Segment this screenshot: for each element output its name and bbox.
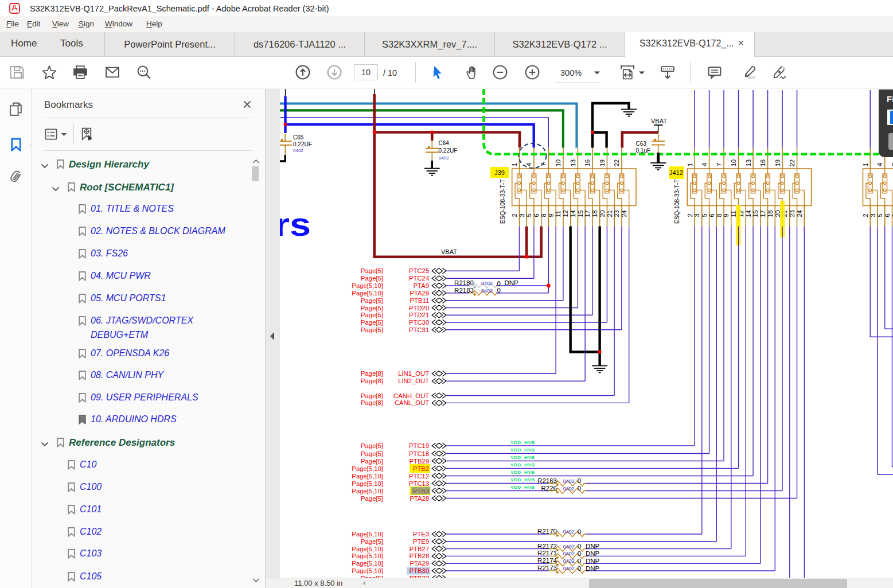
svg-text:PTB27: PTB27 [410,546,430,552]
svg-text:5: 5 [701,213,708,217]
svg-text:0: 0 [578,550,581,557]
svg-text:16: 16 [759,159,766,166]
svg-text:10: 10 [555,159,561,166]
svg-text:Page[8]: Page[8] [361,392,383,399]
svg-text:18: 18 [591,210,598,217]
svg-text:CANH_OUT: CANH_OUT [393,392,429,399]
svg-text:R2171: R2171 [537,550,557,556]
svg-text:PTC31: PTC31 [409,326,429,333]
svg-text:R2173: R2173 [537,564,557,571]
svg-text:Page[5,10]: Page[5,10] [352,560,383,567]
svg-text:Page[5]: Page[5] [361,311,383,318]
svg-text:Page[5]: Page[5] [361,538,383,545]
svg-text:PTB30: PTB30 [410,567,430,574]
svg-text:Page[5,10]: Page[5,10] [352,282,383,289]
svg-text:PTC13: PTC13 [409,480,429,487]
svg-text:PTC12: PTC12 [409,473,429,480]
svg-text:19: 19 [774,159,781,166]
svg-text:PTC19: PTC19 [409,442,429,449]
svg-text:1: 1 [862,163,869,166]
svg-text:0402: 0402 [563,558,575,564]
svg-text:R2163: R2163 [537,477,557,484]
svg-text:J412: J412 [669,169,683,176]
svg-text:LIN1_OUT: LIN1_OUT [398,370,429,377]
svg-text:Page[5]: Page[5] [361,275,383,282]
svg-text:0.1uF: 0.1uF [636,147,651,154]
svg-text:Page[5]: Page[5] [361,297,383,304]
svg-text:0402: 0402 [563,478,575,484]
svg-text:Page[8]: Page[8] [361,377,383,384]
svg-text:R2174: R2174 [537,557,557,564]
svg-text:DNP: DNP [586,565,600,572]
svg-text:VBAT: VBAT [651,118,667,124]
svg-text:R2172: R2172 [537,543,557,550]
svg-text:0402: 0402 [293,148,303,153]
svg-text:0402: 0402 [563,566,575,571]
svg-text:Page[5]: Page[5] [361,326,383,333]
svg-text:DNP: DNP [586,550,600,557]
svg-text:0402: 0402 [439,155,449,161]
svg-text:VDD_HVB: VDD_HVB [510,470,535,475]
svg-text:0: 0 [497,287,501,294]
svg-text:6: 6 [708,213,715,217]
svg-text:15: 15 [577,210,584,217]
svg-text:17: 17 [584,210,591,217]
svg-text:0: 0 [578,565,581,572]
svg-text:3: 3 [693,213,700,217]
svg-text:17: 17 [759,210,766,217]
svg-text:19: 19 [599,159,606,166]
svg-text:14: 14 [745,210,752,217]
svg-text:6: 6 [884,213,891,217]
svg-text:12: 12 [562,210,569,217]
svg-text:16: 16 [584,159,591,166]
svg-text:15: 15 [752,210,759,217]
svg-text:ESQ-108-33-T-T: ESQ-108-33-T-T [673,179,680,224]
svg-text:11: 11 [555,211,561,217]
svg-text:PTB11: PTB11 [410,297,429,304]
svg-text:VDD_HVB: VDD_HVB [510,447,535,453]
svg-text:Page[5,10]: Page[5,10] [352,480,383,487]
svg-text:21: 21 [606,210,613,217]
svg-text:0402: 0402 [481,288,493,294]
svg-text:PTD20: PTD20 [409,305,429,311]
svg-text:PTC30: PTC30 [409,319,429,326]
svg-text:PTB28: PTB28 [410,552,430,559]
svg-text:8: 8 [716,213,723,217]
svg-text:9: 9 [723,213,730,217]
svg-text:VDD_HVB: VDD_HVB [510,462,535,468]
svg-text:DNP: DNP [586,558,600,564]
svg-text:22: 22 [789,159,795,166]
svg-text:0402: 0402 [563,544,575,550]
svg-text:VBAT: VBAT [441,248,457,255]
svg-text:Page[5,10]: Page[5,10] [352,488,383,494]
svg-text:CANL_OUT: CANL_OUT [395,399,429,406]
svg-text:Page[8]: Page[8] [361,399,383,406]
svg-text:PTA29: PTA29 [410,290,429,297]
svg-text:23: 23 [789,210,795,217]
svg-text:DNP: DNP [586,543,600,550]
svg-text:Page[5]: Page[5] [361,458,383,465]
svg-text:24: 24 [621,210,627,217]
svg-text:Page[5,10]: Page[5,10] [352,290,383,297]
svg-text:PTB29: PTB29 [410,458,430,465]
svg-text:C64: C64 [439,140,450,146]
svg-text:C65: C65 [293,134,304,141]
svg-text:4: 4 [701,163,708,166]
svg-text:2: 2 [862,213,869,217]
svg-text:PTD21: PTD21 [409,311,429,318]
svg-text:20: 20 [599,210,606,217]
svg-text:DNP: DNP [505,279,519,286]
svg-text:R226: R226 [541,485,557,492]
svg-text:3: 3 [869,213,876,217]
svg-text:Page[5,10]: Page[5,10] [352,465,383,472]
svg-text:PTC18: PTC18 [409,450,429,457]
svg-text:J39: J39 [494,169,505,176]
svg-text:PTE3: PTE3 [413,531,429,538]
svg-text:PTA29: PTA29 [410,560,429,567]
svg-text:PTB2: PTB2 [413,465,429,472]
svg-text:PTC24: PTC24 [409,275,429,282]
svg-text:2: 2 [511,213,518,217]
svg-text:4: 4 [876,163,883,166]
svg-text:0: 0 [578,477,581,484]
svg-text:PTE9: PTE9 [413,538,429,545]
